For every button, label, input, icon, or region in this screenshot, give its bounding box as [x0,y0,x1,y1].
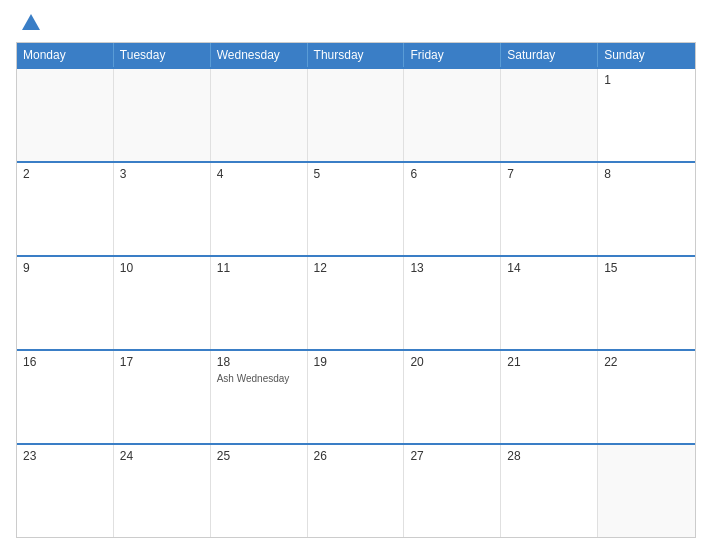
day-number: 14 [507,261,591,275]
day-cell: 11 [211,257,308,349]
calendar: MondayTuesdayWednesdayThursdayFridaySatu… [16,42,696,538]
event-label: Ash Wednesday [217,373,301,384]
day-number: 27 [410,449,494,463]
day-cell: 21 [501,351,598,443]
weeks-container: 123456789101112131415161718Ash Wednesday… [17,67,695,537]
day-cell: 8 [598,163,695,255]
day-cell: 4 [211,163,308,255]
day-header-friday: Friday [404,43,501,67]
header [16,12,696,34]
day-number: 4 [217,167,301,181]
day-header-tuesday: Tuesday [114,43,211,67]
week-row-5: 232425262728 [17,443,695,537]
day-header-wednesday: Wednesday [211,43,308,67]
week-row-1: 1 [17,67,695,161]
day-number: 24 [120,449,204,463]
day-number: 3 [120,167,204,181]
day-cell: 12 [308,257,405,349]
day-number: 2 [23,167,107,181]
day-number: 1 [604,73,689,87]
day-cell: 27 [404,445,501,537]
day-cell: 24 [114,445,211,537]
day-cell [501,69,598,161]
day-cell: 2 [17,163,114,255]
day-number: 16 [23,355,107,369]
day-cell: 16 [17,351,114,443]
svg-marker-0 [22,14,40,30]
day-cell: 13 [404,257,501,349]
day-cell: 1 [598,69,695,161]
day-header-thursday: Thursday [308,43,405,67]
day-cell [17,69,114,161]
day-number: 19 [314,355,398,369]
logo [16,12,42,34]
day-cell: 3 [114,163,211,255]
day-number: 21 [507,355,591,369]
day-number: 22 [604,355,689,369]
day-cell: 7 [501,163,598,255]
week-row-3: 9101112131415 [17,255,695,349]
day-cell: 22 [598,351,695,443]
day-cell: 5 [308,163,405,255]
day-cell [404,69,501,161]
day-cell [211,69,308,161]
day-cell: 14 [501,257,598,349]
day-number: 6 [410,167,494,181]
day-header-sunday: Sunday [598,43,695,67]
week-row-2: 2345678 [17,161,695,255]
day-header-saturday: Saturday [501,43,598,67]
day-cell [598,445,695,537]
day-cell: 17 [114,351,211,443]
day-number: 25 [217,449,301,463]
day-cell [114,69,211,161]
day-cell [308,69,405,161]
day-cell: 20 [404,351,501,443]
day-number: 13 [410,261,494,275]
day-number: 10 [120,261,204,275]
day-cell: 26 [308,445,405,537]
day-number: 5 [314,167,398,181]
day-cell: 28 [501,445,598,537]
logo-icon [20,12,42,34]
day-headers-row: MondayTuesdayWednesdayThursdayFridaySatu… [17,43,695,67]
day-number: 18 [217,355,301,369]
day-cell: 15 [598,257,695,349]
day-header-monday: Monday [17,43,114,67]
day-number: 7 [507,167,591,181]
day-number: 17 [120,355,204,369]
week-row-4: 161718Ash Wednesday19202122 [17,349,695,443]
day-cell: 19 [308,351,405,443]
day-cell: 9 [17,257,114,349]
day-number: 28 [507,449,591,463]
day-number: 9 [23,261,107,275]
day-number: 26 [314,449,398,463]
day-cell: 25 [211,445,308,537]
day-cell: 23 [17,445,114,537]
day-number: 23 [23,449,107,463]
day-cell: 18Ash Wednesday [211,351,308,443]
day-cell: 6 [404,163,501,255]
day-number: 12 [314,261,398,275]
day-cell: 10 [114,257,211,349]
day-number: 11 [217,261,301,275]
day-number: 20 [410,355,494,369]
day-number: 8 [604,167,689,181]
calendar-page: MondayTuesdayWednesdayThursdayFridaySatu… [0,0,712,550]
day-number: 15 [604,261,689,275]
